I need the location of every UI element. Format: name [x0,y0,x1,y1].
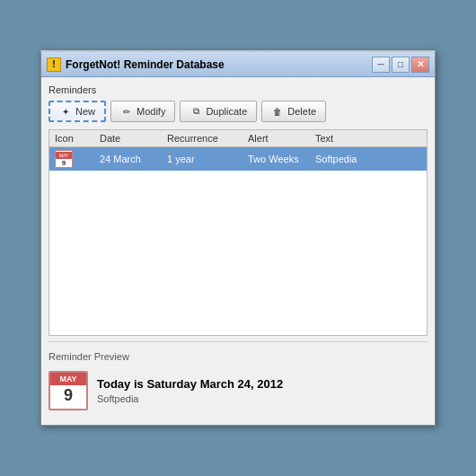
table-body: MAY 9 24 March 1 year Two Weeks Softpedi… [49,147,427,332]
row-calendar-icon: MAY 9 [55,150,73,168]
col-text: Text [313,132,423,145]
preview-title: Today is Saturday March 24, 2012 [97,377,283,391]
col-recurrence: Recurrence [165,132,246,145]
preview-section: Reminder Preview MAY 9 Today is Saturday… [48,348,428,418]
preview-text-area: Today is Saturday March 24, 2012 Softped… [97,377,283,404]
maximize-button[interactable]: □ [392,57,410,73]
close-button[interactable]: ✕ [411,57,429,73]
col-alert: Alert [246,132,313,145]
preview-subtitle: Softpedia [97,393,283,404]
minimize-button[interactable]: ─ [372,57,390,73]
window-content: Reminders ✦ New ✏ Modify ⧉ Duplicate 🗑 D… [41,77,435,425]
app-icon: ! [47,57,61,72]
modify-icon: ✏ [120,105,133,118]
window-controls: ─ □ ✕ [372,57,429,73]
main-window: ! ForgetNot! Reminder Database ─ □ ✕ Rem… [40,50,436,426]
section-divider [48,341,428,342]
delete-button[interactable]: 🗑 Delete [261,101,326,122]
duplicate-button[interactable]: ⧉ Duplicate [180,101,257,122]
preview-label: Reminder Preview [48,351,428,362]
reminders-label: Reminders [48,84,428,95]
window-title: ForgetNot! Reminder Database [66,58,372,71]
reminders-table: Icon Date Recurrence Alert Text MAY 9 24… [48,129,428,336]
table-row[interactable]: MAY 9 24 March 1 year Two Weeks Softpedi… [49,147,427,171]
cell-icon: MAY 9 [53,149,98,169]
preview-content: MAY 9 Today is Saturday March 24, 2012 S… [48,367,428,414]
cell-recurrence: 1 year [165,153,246,165]
cell-text: Softpedia [313,153,423,165]
duplicate-icon: ⧉ [190,105,202,118]
table-header: Icon Date Recurrence Alert Text [49,130,427,147]
modify-button[interactable]: ✏ Modify [110,101,175,122]
new-icon: ✦ [59,105,72,118]
delete-icon: 🗑 [271,105,284,118]
cell-alert: Two Weeks [246,153,313,165]
preview-calendar-icon: MAY 9 [48,371,88,410]
col-date: Date [98,132,165,145]
toolbar: ✦ New ✏ Modify ⧉ Duplicate 🗑 Delete [48,101,428,122]
new-button[interactable]: ✦ New [48,101,106,122]
title-bar: ! ForgetNot! Reminder Database ─ □ ✕ [41,52,435,77]
col-icon: Icon [53,132,98,145]
cell-date: 24 March [98,153,165,165]
